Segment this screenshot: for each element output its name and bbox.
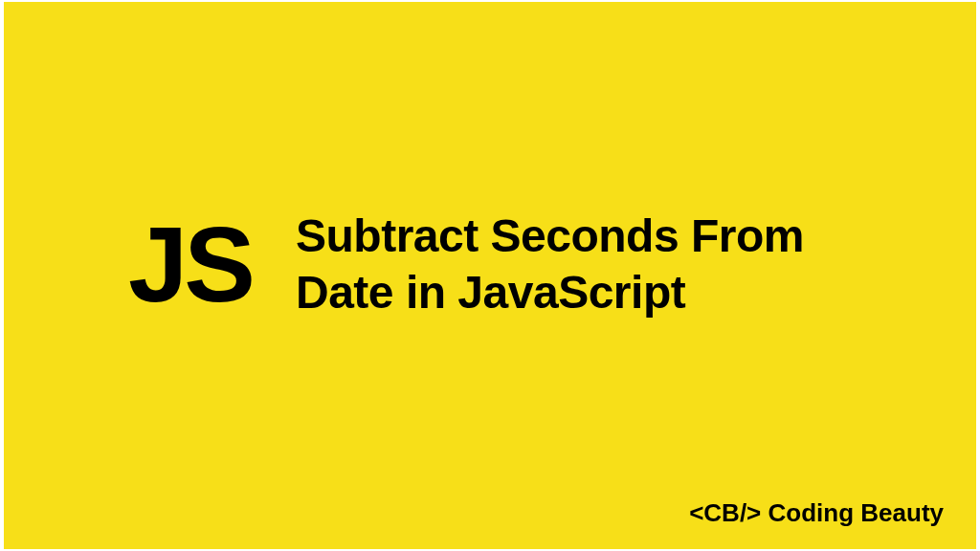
article-title: Subtract Seconds From Date in JavaScript [296, 209, 804, 320]
title-line-2: Date in JavaScript [296, 265, 804, 321]
thumbnail-card: JS Subtract Seconds From Date in JavaScr… [0, 0, 980, 551]
brand-footer: <CB/> Coding Beauty [689, 498, 944, 528]
thumbnail-inner: JS Subtract Seconds From Date in JavaScr… [4, 2, 976, 549]
content-row: JS Subtract Seconds From Date in JavaScr… [128, 209, 804, 320]
brand-name: Coding Beauty [768, 498, 944, 527]
title-line-1: Subtract Seconds From [296, 209, 804, 265]
brand-tag: <CB/> [689, 498, 761, 527]
js-logo: JS [128, 211, 252, 319]
